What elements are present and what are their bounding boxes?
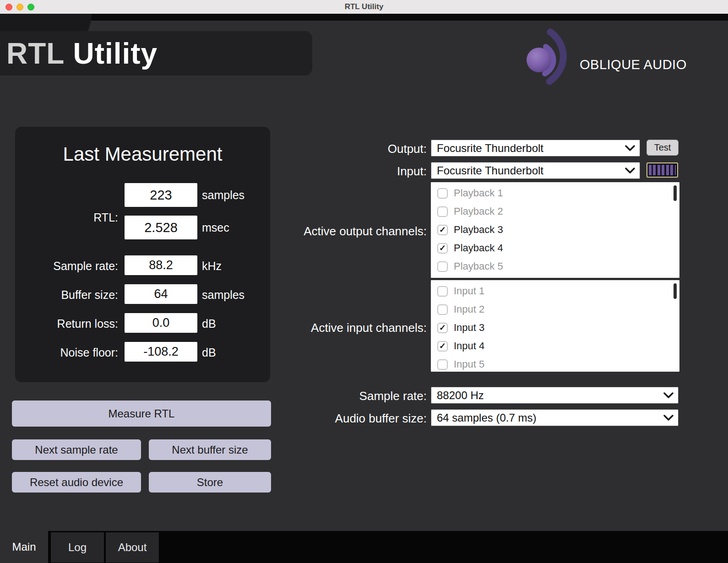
sample-rate-dropdown[interactable]: 88200 Hz <box>431 387 679 404</box>
chevron-down-icon <box>625 168 635 174</box>
check-icon: ✓ <box>439 342 446 350</box>
check-icon: ✓ <box>439 244 446 252</box>
input-4-checkbox[interactable]: ✓ <box>437 341 448 352</box>
app-title-rtl: RTL <box>6 37 65 70</box>
output-label: Output: <box>303 142 427 156</box>
brand-name: OBLIQUE AUDIO <box>580 57 687 72</box>
measure-rtl-button[interactable]: Measure RTL <box>12 401 271 427</box>
input-device-dropdown[interactable]: Focusrite Thunderbolt <box>431 162 640 179</box>
channel-row: ✓ Playback 4 <box>431 239 679 257</box>
chevron-down-icon <box>663 392 674 399</box>
channel-row: ✓ Input 1 <box>431 282 679 300</box>
noise-floor-field: -108.2 <box>125 342 197 362</box>
brand: OBLIQUE AUDIO <box>522 28 687 95</box>
sample-rate-setting-label: Sample rate: <box>303 389 427 403</box>
return-loss-label: Return loss: <box>20 317 118 330</box>
rtl-samples-unit: samples <box>202 189 244 202</box>
sample-rate-unit: kHz <box>202 260 222 273</box>
channel-label: Input 2 <box>454 303 484 315</box>
next-sample-rate-button[interactable]: Next sample rate <box>12 439 141 460</box>
channel-row: ✓ Input 5 <box>431 355 679 374</box>
sample-rate-value: 88200 Hz <box>431 389 663 402</box>
buffer-size-label: Buffer size: <box>20 288 118 302</box>
rtl-msec-unit: msec <box>202 221 229 234</box>
channel-row: ✓ Input 3 <box>431 319 679 337</box>
output-channels-list: ✓ Playback 1 ✓ Playback 2 ✓ Playback 3 ✓… <box>431 182 679 278</box>
input-2-checkbox[interactable]: ✓ <box>437 304 448 315</box>
buffer-size-field: 64 <box>125 284 197 304</box>
audio-buffer-size-dropdown[interactable]: 64 samples (0.7 ms) <box>431 409 679 426</box>
scrollbar-thumb[interactable] <box>674 185 677 201</box>
channel-row: ✓ Playback 3 <box>431 221 679 239</box>
return-loss-unit: dB <box>202 317 216 330</box>
input-1-checkbox[interactable]: ✓ <box>437 286 448 297</box>
playback-2-checkbox[interactable]: ✓ <box>437 206 448 217</box>
channel-row: ✓ Input 4 <box>431 337 679 355</box>
tab-main[interactable]: Main <box>0 531 48 563</box>
chevron-down-icon <box>663 415 674 421</box>
channel-label: Input 5 <box>454 358 484 370</box>
app-window: RTL Utility RTLUtility <box>0 0 728 563</box>
channel-row: ✓ Playback 5 <box>431 257 679 276</box>
playback-5-checkbox[interactable]: ✓ <box>437 261 448 272</box>
return-loss-field: 0.0 <box>125 313 197 333</box>
input-label: Input: <box>303 164 427 179</box>
app-title: RTLUtility <box>6 39 158 68</box>
last-measurement-title: Last Measurement <box>15 143 270 165</box>
output-device-dropdown[interactable]: Focusrite Thunderbolt <box>431 140 640 157</box>
channel-label: Input 3 <box>454 322 484 334</box>
next-buffer-size-button[interactable]: Next buffer size <box>149 439 271 460</box>
noise-floor-unit: dB <box>202 346 216 359</box>
channel-label: Playback 4 <box>454 242 503 254</box>
check-icon: ✓ <box>439 324 446 332</box>
channel-row: ✓ Playback 2 <box>431 202 679 221</box>
input-5-checkbox[interactable]: ✓ <box>437 359 448 370</box>
channel-label: Input 1 <box>454 285 484 297</box>
app-header: RTLUtility <box>0 31 312 76</box>
tab-bar: Main Log About <box>0 531 728 563</box>
window-titlebar: RTL Utility <box>0 0 728 14</box>
noise-floor-label: Noise floor: <box>20 346 118 359</box>
store-button[interactable]: Store <box>149 472 271 493</box>
check-icon: ✓ <box>439 226 446 234</box>
chevron-down-icon <box>625 145 635 152</box>
input-device-value: Focusrite Thunderbolt <box>431 164 625 177</box>
channel-label: Playback 5 <box>454 260 503 272</box>
rtl-msec-field: 2.528 <box>125 216 197 239</box>
input-level-meter <box>647 162 678 178</box>
test-button[interactable]: Test <box>647 140 679 156</box>
active-input-channels-label: Active input channels: <box>303 321 427 335</box>
channel-row: ✓ Input 2 <box>431 300 679 319</box>
window-title: RTL Utility <box>0 2 728 11</box>
playback-3-checkbox[interactable]: ✓ <box>437 225 448 235</box>
sample-rate-field: 88.2 <box>125 255 197 275</box>
channel-label: Playback 2 <box>454 206 503 217</box>
audio-buffer-size-label: Audio buffer size: <box>303 411 427 426</box>
oblique-audio-logo-icon <box>522 28 573 95</box>
buffer-size-unit: samples <box>202 288 244 302</box>
last-measurement-panel: Last Measurement RTL: 223 samples 2.528 … <box>15 127 270 382</box>
channel-label: Playback 1 <box>454 187 503 199</box>
reset-audio-device-button[interactable]: Reset audio device <box>12 472 141 493</box>
channel-label: Input 4 <box>454 340 484 352</box>
input-channels-list: ✓ Input 1 ✓ Input 2 ✓ Input 3 ✓ Input 4 … <box>431 280 679 372</box>
rtl-label: RTL: <box>20 211 118 224</box>
audio-buffer-size-value: 64 samples (0.7 ms) <box>431 411 663 424</box>
output-device-value: Focusrite Thunderbolt <box>431 142 625 155</box>
scrollbar-thumb[interactable] <box>674 283 677 299</box>
playback-4-checkbox[interactable]: ✓ <box>437 243 448 254</box>
channel-row: ✓ Playback 1 <box>431 184 679 202</box>
rtl-samples-field: 223 <box>125 183 197 207</box>
sample-rate-label: Sample rate: <box>20 260 118 273</box>
input-3-checkbox[interactable]: ✓ <box>437 323 448 333</box>
tab-about[interactable]: About <box>105 532 159 563</box>
active-output-channels-label: Active output channels: <box>303 224 427 238</box>
playback-1-checkbox[interactable]: ✓ <box>437 188 448 199</box>
tab-log[interactable]: Log <box>50 532 104 563</box>
app-title-utility: Utility <box>73 37 158 70</box>
level-meter-bars <box>649 165 676 175</box>
channel-label: Playback 3 <box>454 224 503 236</box>
